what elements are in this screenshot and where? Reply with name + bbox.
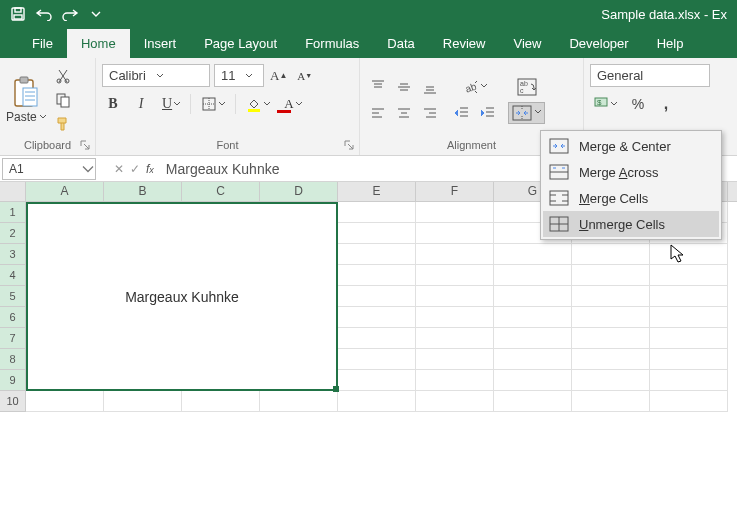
column-header[interactable]: D (260, 182, 338, 201)
cell[interactable] (494, 265, 572, 286)
chevron-down-icon[interactable] (81, 164, 95, 174)
cell[interactable] (338, 244, 416, 265)
tab-formulas[interactable]: Formulas (291, 29, 373, 58)
format-painter-icon[interactable] (51, 113, 75, 135)
customize-qat-icon[interactable] (84, 2, 108, 26)
decrease-font-icon[interactable]: A▼ (293, 65, 316, 87)
underline-button[interactable]: U (158, 93, 184, 115)
percent-icon[interactable]: % (627, 93, 649, 115)
enter-formula-icon[interactable]: ✓ (130, 162, 140, 176)
copy-icon[interactable] (51, 89, 75, 111)
cell[interactable] (26, 391, 104, 412)
cell[interactable] (572, 370, 650, 391)
borders-button[interactable] (197, 93, 229, 115)
cell[interactable] (416, 391, 494, 412)
unmerge-cells-item[interactable]: Unmerge Cells (543, 211, 719, 237)
cell[interactable] (338, 370, 416, 391)
cell[interactable] (572, 328, 650, 349)
cell[interactable] (494, 391, 572, 412)
tab-review[interactable]: Review (429, 29, 500, 58)
increase-font-icon[interactable]: A▲ (266, 65, 291, 87)
name-box[interactable]: A1 (2, 158, 96, 180)
tab-home[interactable]: Home (67, 29, 130, 58)
merge-across-item[interactable]: Merge Across (543, 159, 719, 185)
cut-icon[interactable] (51, 65, 75, 87)
tab-insert[interactable]: Insert (130, 29, 191, 58)
cell[interactable] (650, 244, 728, 265)
merged-cell-a1-d9[interactable]: Margeaux Kuhnke (26, 202, 338, 391)
cell[interactable] (572, 307, 650, 328)
font-color-button[interactable]: A (280, 93, 305, 115)
align-bottom-icon[interactable] (418, 76, 442, 98)
orientation-icon[interactable]: ab (459, 76, 491, 98)
column-header[interactable]: C (182, 182, 260, 201)
cell[interactable] (494, 286, 572, 307)
comma-icon[interactable]: , (655, 93, 677, 115)
align-middle-icon[interactable] (392, 76, 416, 98)
merge-center-item[interactable]: Merge & Center (543, 133, 719, 159)
tab-file[interactable]: File (18, 29, 67, 58)
cell[interactable] (416, 349, 494, 370)
cell[interactable] (650, 391, 728, 412)
cell[interactable] (650, 328, 728, 349)
cell[interactable] (338, 202, 416, 223)
fill-color-button[interactable] (242, 93, 274, 115)
merge-cells-item[interactable]: Merge Cells (543, 185, 719, 211)
row-header[interactable]: 3 (0, 244, 26, 265)
row-header[interactable]: 4 (0, 265, 26, 286)
cell[interactable] (416, 307, 494, 328)
dialog-launcher-icon[interactable] (343, 139, 357, 153)
align-top-icon[interactable] (366, 76, 390, 98)
cell[interactable] (338, 349, 416, 370)
row-header[interactable]: 6 (0, 307, 26, 328)
align-center-icon[interactable] (392, 102, 416, 124)
italic-button[interactable]: I (130, 93, 152, 115)
redo-icon[interactable] (58, 2, 82, 26)
cell[interactable] (494, 244, 572, 265)
cell[interactable] (338, 265, 416, 286)
number-format-combo[interactable]: General (590, 64, 710, 87)
cell[interactable] (338, 307, 416, 328)
cell[interactable] (338, 223, 416, 244)
save-icon[interactable] (6, 2, 30, 26)
bold-button[interactable]: B (102, 93, 124, 115)
cell[interactable] (494, 328, 572, 349)
cell[interactable] (572, 265, 650, 286)
tab-page-layout[interactable]: Page Layout (190, 29, 291, 58)
cell[interactable] (416, 244, 494, 265)
merge-center-button[interactable] (508, 102, 545, 124)
cell[interactable] (104, 391, 182, 412)
decrease-indent-icon[interactable] (450, 102, 474, 124)
cell[interactable] (650, 370, 728, 391)
cancel-formula-icon[interactable]: ✕ (114, 162, 124, 176)
undo-icon[interactable] (32, 2, 56, 26)
align-right-icon[interactable] (418, 102, 442, 124)
font-name-combo[interactable]: Calibri (102, 64, 210, 87)
cell[interactable] (416, 223, 494, 244)
wrap-text-button[interactable]: abc (513, 76, 541, 98)
row-header[interactable]: 9 (0, 370, 26, 391)
cell[interactable] (572, 286, 650, 307)
cell[interactable] (650, 349, 728, 370)
tab-data[interactable]: Data (373, 29, 428, 58)
cell[interactable] (260, 391, 338, 412)
tab-view[interactable]: View (499, 29, 555, 58)
paste-button[interactable]: Paste (6, 76, 47, 124)
row-header[interactable]: 7 (0, 328, 26, 349)
dialog-launcher-icon[interactable] (79, 139, 93, 153)
align-left-icon[interactable] (366, 102, 390, 124)
cell[interactable] (494, 307, 572, 328)
cell[interactable] (416, 370, 494, 391)
font-size-combo[interactable]: 11 (214, 64, 264, 87)
cell[interactable] (650, 307, 728, 328)
select-all-corner[interactable] (0, 182, 26, 201)
column-header[interactable]: B (104, 182, 182, 201)
accounting-format-icon[interactable]: $ (590, 93, 621, 115)
cell[interactable] (494, 349, 572, 370)
tab-help[interactable]: Help (643, 29, 698, 58)
cell[interactable] (416, 265, 494, 286)
cell[interactable] (494, 370, 572, 391)
cell[interactable] (338, 391, 416, 412)
cell[interactable] (416, 286, 494, 307)
row-header[interactable]: 8 (0, 349, 26, 370)
